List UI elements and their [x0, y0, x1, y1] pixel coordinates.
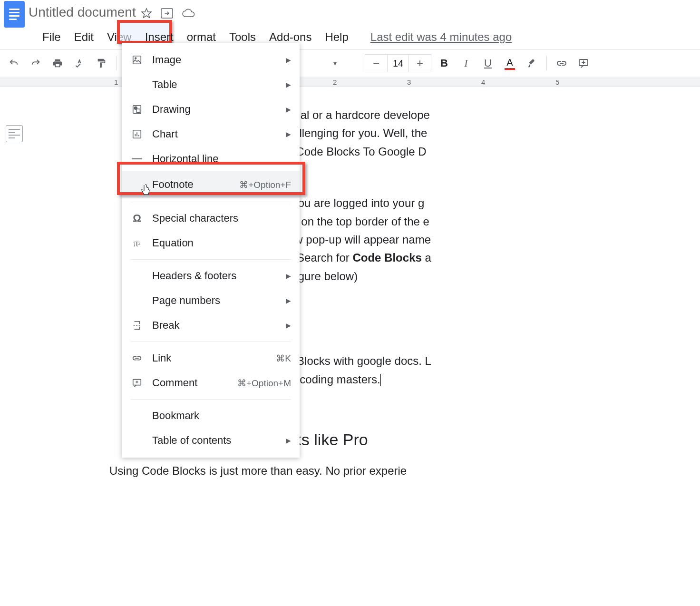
menu-label: Page numbers — [152, 294, 286, 307]
ruler-tick: 2 — [333, 78, 337, 86]
horizontal-line-icon — [130, 152, 144, 166]
insert-image[interactable]: Image ▶ — [122, 48, 300, 72]
menu-help[interactable]: Help — [318, 28, 355, 47]
ruler: 1 2 3 4 5 — [0, 77, 700, 87]
page-break-icon — [130, 319, 144, 332]
body-text: a — [422, 251, 431, 264]
svg-rect-7 — [136, 109, 140, 112]
menu-label: Table of contents — [152, 434, 286, 447]
menu-label: Comment — [152, 377, 237, 389]
insert-table[interactable]: Table ▶ — [122, 72, 300, 97]
paint-format-button[interactable] — [92, 54, 110, 72]
text-color-button[interactable]: A — [501, 54, 519, 72]
submenu-arrow-icon: ▶ — [286, 130, 291, 138]
insert-link-button[interactable] — [553, 54, 571, 72]
spellcheck-button[interactable] — [70, 54, 88, 72]
menu-label: Break — [152, 319, 286, 332]
menubar: File Edit View Insert ormat Tools Add-on… — [0, 28, 700, 47]
underline-button[interactable]: U — [479, 54, 497, 72]
font-size-increase[interactable]: + — [409, 55, 431, 72]
menu-shortcut: ⌘+Option+M — [237, 378, 291, 389]
print-button[interactable] — [49, 54, 67, 72]
menu-shortcut: ⌘+Option+F — [239, 179, 291, 190]
svg-marker-0 — [142, 9, 151, 18]
drawing-icon — [130, 103, 144, 116]
undo-button[interactable] — [5, 54, 23, 72]
submenu-arrow-icon: ▶ — [286, 56, 291, 64]
hand-cursor-icon — [140, 184, 151, 197]
insert-chart[interactable]: Chart ▶ — [122, 122, 300, 147]
ruler-tick: 5 — [555, 78, 559, 86]
omega-icon: Ω — [130, 212, 144, 225]
star-icon[interactable] — [141, 8, 152, 19]
toolbar: ▾ − 14 + B I U A — [0, 50, 700, 77]
italic-button[interactable]: I — [457, 54, 475, 72]
submenu-arrow-icon: ▶ — [286, 437, 291, 444]
menu-label: Equation — [152, 237, 291, 249]
svg-rect-9 — [132, 158, 142, 159]
menu-file[interactable]: File — [36, 28, 68, 47]
menu-label: Bookmark — [152, 410, 291, 422]
insert-menu-dropdown: Image ▶ Table ▶ Drawing ▶ Chart ▶ Horizo… — [122, 43, 300, 458]
last-edit-link[interactable]: Last edit was 4 minutes ago — [370, 30, 512, 44]
menu-label: Link — [152, 352, 276, 364]
font-size-decrease[interactable]: − — [365, 55, 387, 72]
add-comment-button[interactable] — [574, 54, 593, 72]
menu-label: Table — [152, 78, 286, 91]
body-text: Code Blocks — [352, 251, 421, 264]
submenu-arrow-icon: ▶ — [286, 106, 291, 113]
insert-break[interactable]: Break ▶ — [122, 313, 300, 338]
insert-equation[interactable]: π2 Equation — [122, 231, 300, 255]
redo-button[interactable] — [27, 54, 45, 72]
move-icon[interactable] — [161, 8, 173, 19]
outline-toggle[interactable] — [6, 125, 23, 142]
body-text: Using Code Blocks is just more than easy… — [109, 464, 407, 477]
insert-drawing[interactable]: Drawing ▶ — [122, 97, 300, 122]
insert-bookmark[interactable]: Bookmark — [122, 403, 300, 428]
style-dropdown-arrow[interactable]: ▾ — [326, 54, 344, 72]
menu-label: Chart — [152, 128, 286, 140]
menu-label: Horizontal line — [152, 153, 291, 165]
insert-headers-footers[interactable]: Headers & footers ▶ — [122, 264, 300, 288]
svg-rect-3 — [133, 56, 141, 64]
submenu-arrow-icon: ▶ — [286, 81, 291, 88]
bold-button[interactable]: B — [435, 54, 453, 72]
comment-icon — [130, 376, 144, 390]
highlight-button[interactable] — [523, 54, 541, 72]
submenu-arrow-icon: ▶ — [286, 272, 291, 280]
insert-toc[interactable]: Table of contents ▶ — [122, 428, 300, 453]
docs-logo[interactable] — [4, 1, 25, 28]
submenu-arrow-icon: ▶ — [286, 322, 291, 329]
insert-comment[interactable]: Comment ⌘+Option+M — [122, 371, 300, 395]
menu-edit[interactable]: Edit — [68, 28, 100, 47]
cloud-icon[interactable] — [182, 9, 195, 18]
insert-link[interactable]: Link ⌘K — [122, 346, 300, 371]
font-size-value[interactable]: 14 — [387, 55, 409, 72]
ruler-tick: 4 — [481, 78, 485, 86]
ruler-tick: 1 — [114, 78, 118, 86]
link-icon — [130, 352, 144, 365]
menu-label: Drawing — [152, 103, 286, 116]
submenu-arrow-icon: ▶ — [286, 297, 291, 304]
pi-icon: π2 — [130, 236, 144, 250]
chart-icon — [130, 127, 144, 141]
insert-special-characters[interactable]: Ω Special characters — [122, 206, 300, 231]
menu-label: Special characters — [152, 212, 291, 225]
doc-title[interactable]: Untitled document — [29, 4, 136, 20]
insert-page-numbers[interactable]: Page numbers ▶ — [122, 288, 300, 313]
menu-shortcut: ⌘K — [276, 353, 291, 364]
menu-label: Headers & footers — [152, 270, 286, 282]
ruler-tick: 3 — [407, 78, 411, 86]
text-cursor — [380, 374, 381, 386]
insert-horizontal-line[interactable]: Horizontal line — [122, 147, 300, 171]
menu-label: Footnote — [152, 178, 239, 191]
menu-label: Image — [152, 54, 286, 66]
image-icon — [130, 53, 144, 67]
svg-point-4 — [135, 58, 136, 59]
